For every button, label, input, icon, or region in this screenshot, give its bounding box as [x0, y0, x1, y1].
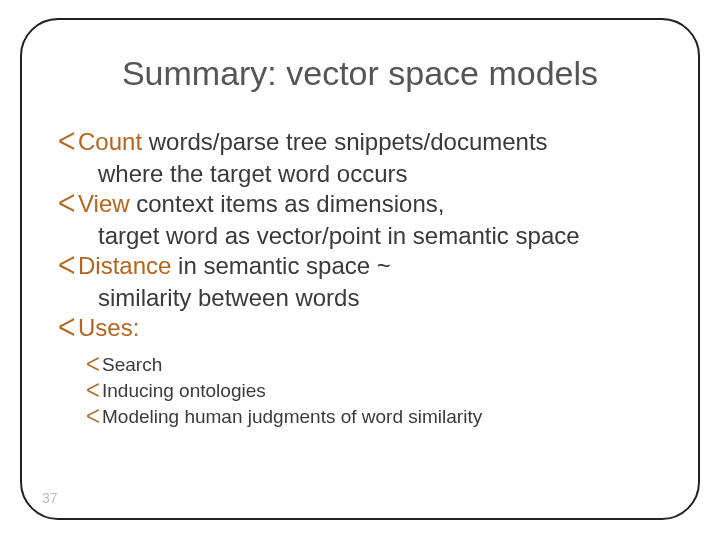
bullet-icon: ᐸ: [86, 379, 100, 403]
page-number: 37: [42, 490, 58, 506]
bullet-lead: Uses:: [78, 314, 139, 341]
sub-bullet-text: Search: [102, 354, 162, 375]
sub-bullet-text: Inducing ontologies: [102, 380, 266, 401]
slide-title: Summary: vector space models: [58, 54, 662, 93]
bullet-item: ᐸCount words/parse tree snippets/documen…: [58, 127, 662, 157]
sub-bullet-item: ᐸSearch: [86, 353, 662, 377]
sub-bullet-item: ᐸModeling human judgments of word simila…: [86, 405, 662, 429]
bullet-icon: ᐸ: [58, 313, 76, 343]
bullet-item: ᐸView context items as dimensions,: [58, 189, 662, 219]
bullet-icon: ᐸ: [58, 251, 76, 281]
bullet-icon: ᐸ: [86, 405, 100, 429]
bullet-item: ᐸUses:: [58, 313, 662, 343]
slide: Summary: vector space models ᐸCount word…: [0, 0, 720, 540]
slide-body: ᐸCount words/parse tree snippets/documen…: [58, 127, 662, 428]
slide-frame: Summary: vector space models ᐸCount word…: [20, 18, 700, 520]
bullet-continuation: where the target word occurs: [98, 159, 662, 189]
bullet-continuation: similarity between words: [98, 283, 662, 313]
bullet-item: ᐸDistance in semantic space ~: [58, 251, 662, 281]
bullet-rest: context items as dimensions,: [130, 190, 445, 217]
bullet-rest: words/parse tree snippets/documents: [142, 128, 548, 155]
bullet-icon: ᐸ: [58, 189, 76, 219]
sub-bullet-list: ᐸSearch ᐸInducing ontologies ᐸModeling h…: [86, 353, 662, 428]
sub-bullet-item: ᐸInducing ontologies: [86, 379, 662, 403]
bullet-lead: View: [78, 190, 130, 217]
bullet-rest: in semantic space ~: [171, 252, 390, 279]
bullet-icon: ᐸ: [58, 127, 76, 157]
bullet-lead: Distance: [78, 252, 171, 279]
bullet-continuation: target word as vector/point in semantic …: [98, 221, 662, 251]
sub-bullet-text: Modeling human judgments of word similar…: [102, 406, 482, 427]
bullet-lead: Count: [78, 128, 142, 155]
bullet-icon: ᐸ: [86, 353, 100, 377]
